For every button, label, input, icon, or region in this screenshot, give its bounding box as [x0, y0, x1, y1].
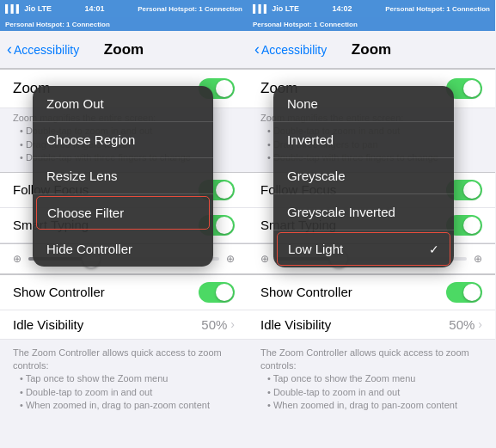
greyscale-inverted-label: Greyscale Inverted: [287, 205, 395, 219]
dropdown-item-inverted[interactable]: Inverted: [273, 122, 454, 158]
none-label: None: [287, 96, 318, 111]
right-panel: ▌▌▌ Jio LTE 14:02 Personal Hotspot: 1 Co…: [248, 0, 495, 448]
dropdown-overlay-right: None Inverted Greyscale Greyscale Invert…: [248, 0, 495, 448]
dropdown-menu-right: None Inverted Greyscale Greyscale Invert…: [273, 86, 454, 267]
zoom-out-label: Zoom Out: [46, 96, 104, 111]
greyscale-label: Greyscale: [287, 169, 346, 183]
left-panel: ▌▌▌ Jio LTE 14:01 Personal Hotspot: 1 Co…: [0, 0, 248, 448]
choose-filter-label: Choose Filter: [47, 206, 124, 220]
choose-region-label: Choose Region: [46, 132, 135, 147]
low-light-checkmark: ✓: [429, 242, 439, 256]
dropdown-item-greyscale-inverted[interactable]: Greyscale Inverted: [273, 194, 454, 230]
dropdown-overlay-left: Zoom Out Choose Region Resize Lens Choos…: [0, 0, 248, 448]
dropdown-item-low-light[interactable]: Low Light ✓: [277, 232, 450, 266]
dropdown-item-zoom-out[interactable]: Zoom Out: [33, 86, 213, 122]
dropdown-item-choose-region[interactable]: Choose Region: [33, 122, 213, 158]
dropdown-item-greyscale[interactable]: Greyscale: [273, 158, 454, 194]
dropdown-menu-left: Zoom Out Choose Region Resize Lens Choos…: [33, 86, 213, 267]
dropdown-item-choose-filter[interactable]: Choose Filter: [36, 196, 210, 230]
hide-controller-label: Hide Controller: [46, 242, 132, 256]
dropdown-item-hide-controller[interactable]: Hide Controller: [33, 231, 213, 267]
low-light-label: Low Light: [288, 242, 343, 256]
dropdown-item-resize-lens[interactable]: Resize Lens: [33, 158, 213, 194]
resize-lens-label: Resize Lens: [46, 169, 118, 183]
dropdown-item-none[interactable]: None: [273, 86, 454, 122]
inverted-label: Inverted: [287, 132, 334, 147]
